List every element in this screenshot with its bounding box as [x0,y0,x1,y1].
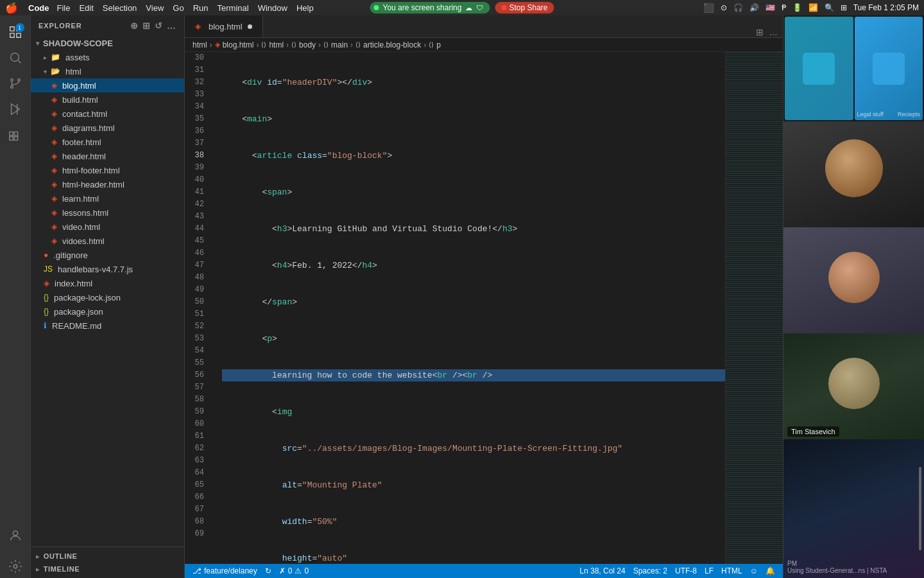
sidebar-item-package-json[interactable]: {} package.json [31,304,184,319]
code-content[interactable]: <div id="headerDIV"></div> <main> <artic… [217,52,725,564]
breadcrumb-html[interactable]: html [193,40,207,49]
menu-terminal[interactable]: Terminal [218,3,249,13]
code-line-43: height="auto" [222,552,725,564]
sidebar-item-assets[interactable]: ▸ 📁 assets [31,50,184,64]
sidebar-timeline-section[interactable]: ▸ TIMELINE [31,563,184,575]
sidebar-item-index-html[interactable]: ◈ index.html [31,276,184,290]
status-encoding[interactable]: UTF-8 [675,566,697,575]
sidebar-item-blog-html[interactable]: ◈ blog.html [31,78,184,92]
new-folder-icon[interactable]: ⊞ [142,21,151,31]
tab-blog-html[interactable]: ◈ blog.html [185,15,263,37]
activity-icon-source-control[interactable] [4,72,27,95]
svg-marker-6 [11,104,19,115]
activity-icon-settings[interactable] [4,555,27,578]
language-icon: 🇺🇸 [766,3,775,12]
root-label: SHADOW-SCOPE [43,39,113,48]
menubar-center: You are screen sharing ☁ 🛡 Stop Share [370,2,554,13]
more-actions-icon[interactable]: … [769,27,778,37]
activity-icon-account[interactable] [4,524,27,547]
sidebar-item-video-html[interactable]: ◈ video.html [31,220,184,234]
cast-icon: ⊙ [721,3,727,12]
code-editor[interactable]: 30 31 32 33 34 35 36 37 38 39 40 41 42 4… [185,52,783,564]
menubar-app-name[interactable]: Code [28,3,49,13]
stop-share-button[interactable]: Stop Share [495,2,554,13]
activity-icon-explorer[interactable]: 1 [4,21,27,44]
sidebar-item-label: header.html [62,152,106,161]
activity-icon-run-debug[interactable] [4,98,27,121]
status-line-ending[interactable]: LF [705,566,714,575]
menu-view[interactable]: View [146,3,164,13]
line-num-51: 51 [190,308,212,320]
sidebar-outline-section[interactable]: ▸ OUTLINE [31,550,184,563]
sidebar-item-package-lock-json[interactable]: {} package-lock.json [31,290,184,304]
html-file-icon: ◈ [44,279,49,288]
sidebar-item-html-footer-html[interactable]: ◈ html-footer.html [31,163,184,177]
sidebar-item-readme-md[interactable]: ℹ README.md [31,319,184,333]
battery-icon: 🔋 [792,3,802,12]
split-editor-icon[interactable]: ⊞ [756,27,764,37]
breadcrumb-article[interactable]: ⟨⟩ article.blog-block [355,40,421,49]
minimap[interactable] [725,52,783,564]
sidebar-item-header-html[interactable]: ◈ header.html [31,149,184,163]
person-head-3 [828,358,880,409]
breadcrumb-p[interactable]: ⟨⟩ p [429,40,441,49]
collapse-icon[interactable]: … [167,21,176,31]
sidebar-item-learn-html[interactable]: ◈ learn.html [31,191,184,206]
status-position[interactable]: Ln 38, Col 24 [579,566,625,575]
timeline-label: TIMELINE [44,565,80,573]
status-feedback[interactable]: ☺ [750,566,758,575]
sidebar-item-handlebars-js[interactable]: JS handlebars-v4.7.7.js [31,262,184,276]
line-num-55: 55 [190,357,212,369]
menu-help[interactable]: Help [296,3,314,13]
sidebar-item-lessons-html[interactable]: ◈ lessons.html [31,206,184,220]
status-errors[interactable]: ✗ 0 ⚠ 0 [279,566,309,575]
video-time: PM [787,560,920,567]
menu-edit[interactable]: Edit [79,3,93,13]
person-head-1 [825,139,883,197]
sidebar-item-label: blog.html [62,81,96,91]
breadcrumb-html-tag[interactable]: ⟨⟩ html [261,40,284,49]
sidebar-item-contact-html[interactable]: ◈ contact.html [31,107,184,121]
video-bg-3 [783,333,924,439]
status-spaces[interactable]: Spaces: 2 [633,566,667,575]
menu-window[interactable]: Window [258,3,287,13]
control-center-icon[interactable]: ⊞ [841,3,847,12]
svg-rect-10 [9,137,13,141]
search-icon[interactable]: 🔍 [825,3,834,12]
app-container: 1 [0,15,924,578]
breadcrumb-sep-4: › [318,40,321,49]
breadcrumb-blog-html[interactable]: ◈ blog.html [215,40,254,49]
line-num-41: 41 [190,186,212,198]
sidebar-item-html-folder[interactable]: ▾ 📂 html [31,64,184,78]
status-language[interactable]: HTML [721,566,742,575]
status-sync[interactable]: ↻ [265,566,271,575]
sidebar-item-footer-html[interactable]: ◈ footer.html [31,135,184,149]
sidebar-item-diagrams-html[interactable]: ◈ diagrams.html [31,121,184,135]
status-notifications[interactable]: 🔔 [766,566,775,575]
menu-run[interactable]: Run [193,3,209,13]
menu-selection[interactable]: Selection [103,3,137,13]
menu-file[interactable]: File [57,3,71,13]
status-branch[interactable]: ⎇ feature/delaney [193,566,257,575]
breadcrumb-main[interactable]: ⟨⟩ main [323,40,348,49]
sidebar-item-html-header-html[interactable]: ◈ html-header.html [31,177,184,191]
tree-root[interactable]: ▾ SHADOW-SCOPE [31,36,184,50]
html-file-icon: ◈ [51,180,57,189]
video-scrollbar[interactable] [919,467,921,550]
sidebar-header-icons[interactable]: ⊕ ⊞ ↺ … [130,21,176,31]
breadcrumb-body[interactable]: ⟨⟩ body [291,40,316,49]
sidebar-item-build-html[interactable]: ◈ build.html [31,92,184,107]
sidebar-item-label: lessons.html [62,208,108,218]
activity-icon-search[interactable] [4,46,27,69]
line-num-39: 39 [190,162,212,174]
sidebar-item-gitignore[interactable]: ● .gitignore [31,248,184,262]
refresh-icon[interactable]: ↺ [155,21,163,31]
folder-icon-thumb-2 [873,53,905,85]
apple-icon[interactable]: 🍎 [5,2,18,14]
new-file-icon[interactable]: ⊕ [130,21,139,31]
menu-go[interactable]: Go [173,3,184,13]
sidebar-item-vidoes-html[interactable]: ◈ vidoes.html [31,234,184,248]
html-file-icon: ◈ [51,81,57,90]
activity-icon-extensions[interactable] [4,123,27,146]
svg-point-4 [10,86,13,89]
